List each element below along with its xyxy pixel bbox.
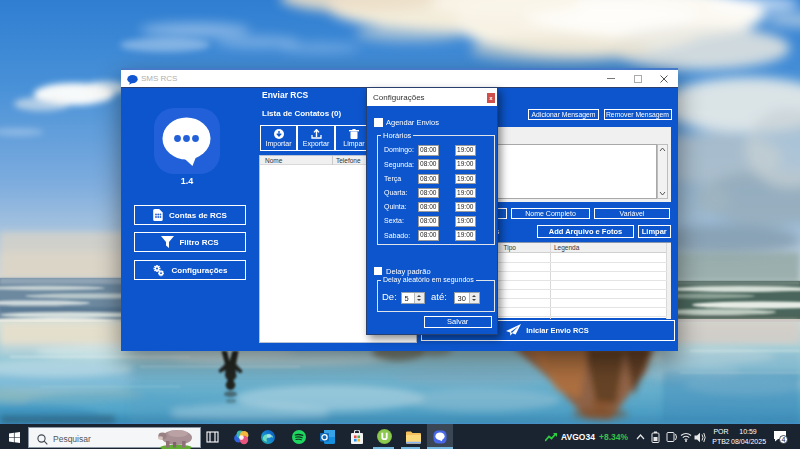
svg-text:4: 4 [782,436,786,443]
